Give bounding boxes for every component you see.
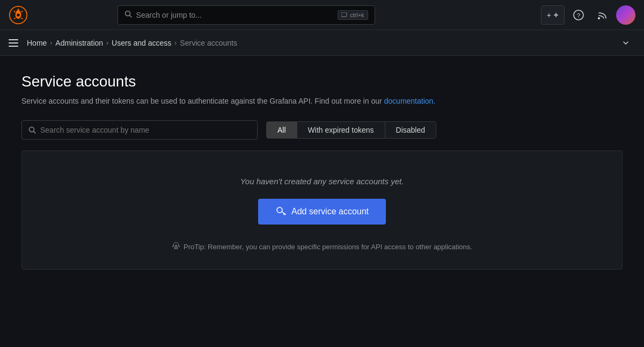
breadcrumb-administration[interactable]: Administration: [55, 39, 103, 47]
app-logo[interactable]: [9, 5, 28, 25]
rocket-icon: [172, 242, 180, 252]
search-icon: [125, 10, 132, 19]
svg-line-8: [129, 16, 131, 18]
search-input-wrap[interactable]: [21, 120, 258, 140]
main-content: Service accounts Service accounts and th…: [0, 56, 644, 287]
svg-point-12: [598, 17, 600, 19]
breadcrumb-separator-2: ›: [106, 39, 108, 47]
breadcrumb-home[interactable]: Home: [27, 39, 47, 47]
page-title: Service accounts: [21, 73, 623, 90]
nav-actions: + ?: [541, 5, 635, 25]
breadcrumb-current: Service accounts: [180, 39, 237, 47]
breadcrumb-collapse-button[interactable]: [616, 33, 635, 53]
top-navigation: Search or jump to... ctrl+k + ?: [0, 0, 644, 30]
hamburger-menu[interactable]: [9, 39, 18, 47]
add-new-button[interactable]: +: [541, 5, 565, 25]
filter-tab-all[interactable]: All: [267, 122, 297, 138]
search-input-icon: [28, 126, 36, 134]
svg-text:?: ?: [577, 12, 580, 18]
documentation-link[interactable]: documentation.: [384, 97, 436, 105]
empty-state-message: You haven't created any service accounts…: [240, 177, 404, 186]
svg-line-14: [34, 132, 36, 134]
breadcrumb-users-and-access[interactable]: Users and access: [112, 39, 171, 47]
keyboard-shortcut: ctrl+k: [338, 10, 368, 20]
key-icon: [275, 205, 286, 218]
search-placeholder: Search or jump to...: [136, 11, 333, 19]
global-search-bar[interactable]: Search or jump to... ctrl+k: [118, 5, 375, 25]
svg-point-1: [17, 13, 19, 16]
protip-text: ProTip: Remember, you can provide specif…: [172, 237, 472, 252]
svg-rect-9: [341, 12, 347, 17]
breadcrumb-separator-3: ›: [174, 39, 177, 47]
add-service-account-label: Add service account: [291, 207, 369, 216]
filter-row: All With expired tokens Disabled: [21, 120, 623, 140]
filter-tab-disabled[interactable]: Disabled: [385, 122, 436, 138]
breadcrumb: Home › Administration › Users and access…: [27, 39, 612, 47]
breadcrumb-bar: Home › Administration › Users and access…: [0, 30, 644, 56]
search-input[interactable]: [40, 126, 251, 134]
rss-button[interactable]: [592, 5, 612, 25]
help-button[interactable]: ?: [569, 5, 588, 25]
add-service-account-button[interactable]: Add service account: [258, 199, 386, 225]
empty-state-card: You haven't created any service accounts…: [21, 150, 623, 270]
breadcrumb-separator-1: ›: [50, 39, 52, 47]
filter-tab-expired[interactable]: With expired tokens: [297, 122, 385, 138]
user-avatar[interactable]: [616, 5, 635, 25]
svg-point-19: [175, 245, 177, 247]
page-description: Service accounts and their tokens can be…: [21, 97, 451, 105]
filter-tabs: All With expired tokens Disabled: [266, 121, 436, 139]
